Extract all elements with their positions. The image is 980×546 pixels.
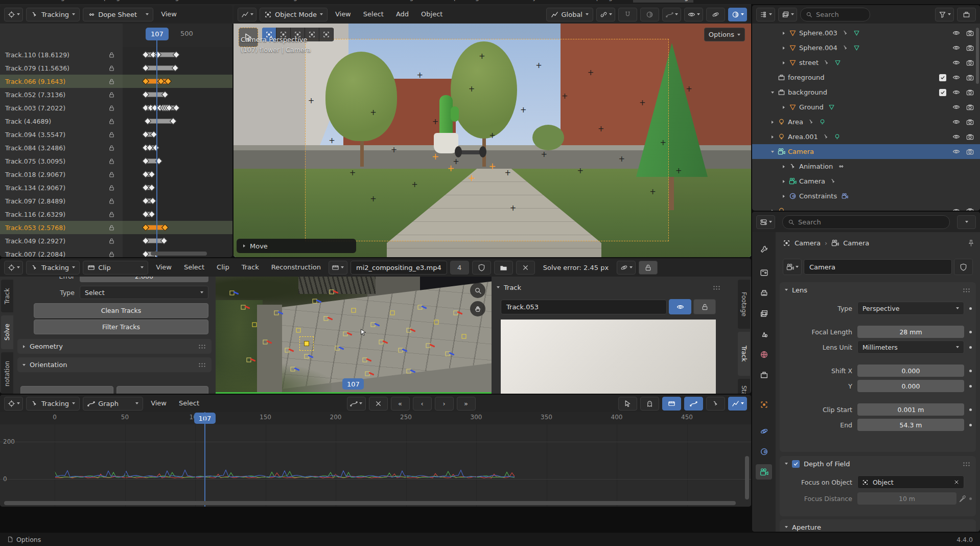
track-keyframe-strip[interactable] [123,194,232,208]
outliner-row[interactable]: Sphere.004 [752,40,980,55]
falloff-dropdown[interactable] [662,8,681,21]
track-keyframe-strip[interactable] [123,88,232,101]
properties-tab-constraints[interactable] [756,444,772,459]
menu-select[interactable]: Select [179,261,209,274]
tracking-bundle-cross[interactable]: + [649,189,656,194]
jump-prev-keyframe-button[interactable]: ‹ [413,397,432,411]
clip-start-field[interactable]: 0.001 m [857,403,964,416]
cursor-tool-button[interactable] [618,397,637,411]
clip-datablock-dropdown[interactable] [329,261,347,275]
geometry-panel-header[interactable]: Geometry [17,339,212,354]
track-channel-name[interactable]: Track.084 (3.2486) [0,144,100,152]
outliner-item-name[interactable]: Sphere.004 [799,44,837,52]
tracking-marker[interactable] [365,372,370,376]
disable-in-renders-icon[interactable] [966,44,974,52]
track-keyframe-strip[interactable] [123,181,232,194]
hide-in-viewport-icon[interactable] [952,59,960,66]
hide-in-viewport-icon[interactable] [952,29,960,37]
lock-icon[interactable] [108,52,115,58]
tracking-bundle-cross[interactable]: + [391,147,398,152]
disable-in-renders-icon[interactable] [966,148,974,155]
tracking-marker[interactable] [417,305,422,309]
outliner-item-name[interactable]: Constraints [799,192,837,200]
dope-track-row[interactable]: Track.003 (7.2022) [0,101,232,115]
track-channel-name[interactable]: Track.066 (9.1643) [0,78,100,85]
lock-icon[interactable] [108,238,115,244]
panel-drag-handle[interactable] [963,288,971,292]
track-channel-name[interactable]: Track.003 (7.2022) [0,104,100,112]
outliner-search-input[interactable]: Search [800,8,870,21]
outliner-row[interactable]: street [752,55,980,70]
driver-toggle[interactable] [706,397,725,411]
outliner-item-name[interactable]: Camera [788,148,814,155]
breadcrumb-data[interactable]: Camera [843,239,869,247]
track-channel-name[interactable]: Track.052 (7.3136) [0,91,100,99]
new-collection-button[interactable] [957,8,976,21]
menu-reconstruction[interactable]: Reconstruction [267,261,325,274]
tracking-marker[interactable] [252,322,256,327]
dope-track-row[interactable]: Track.066 (9.1643) [0,75,232,88]
track-channel-name[interactable]: Track.007 (2.2084) [0,251,100,258]
clip-users-count[interactable]: 4 [450,261,469,275]
animate-dot[interactable] [969,331,972,333]
disable-in-renders-icon[interactable] [966,133,974,141]
fake-user-shield-button[interactable] [472,261,491,275]
tracking-marker[interactable] [352,308,356,313]
clip-name-field[interactable]: mi2_compositing_e3.mp4 [351,261,447,275]
collection-checkbox[interactable] [939,89,946,96]
camera-datablock-dropdown[interactable] [783,259,802,275]
track-keyframe-strip[interactable] [123,128,232,141]
eyedropper-icon[interactable] [959,495,966,503]
show-curves-toggle[interactable] [684,397,703,411]
track-channel-name[interactable]: Track.075 (3.0095) [0,157,100,165]
outliner-row[interactable]: foreground [752,70,980,85]
lock-icon[interactable] [108,131,115,138]
tracking-bundle-cross[interactable]: + [541,152,548,157]
orientation-button-right[interactable] [116,386,208,394]
expand-arrow[interactable] [768,121,777,123]
outliner-scrollbar[interactable] [976,28,979,84]
properties-tab-tool[interactable] [756,241,772,257]
properties-tab-object-data[interactable] [756,464,772,480]
properties-tab-output[interactable] [756,285,772,301]
breadcrumb-object[interactable]: Camera [795,239,821,247]
clear-object-icon[interactable] [953,479,960,485]
lens-panel-title[interactable]: Lens [792,286,807,294]
zoom-button[interactable] [470,283,485,298]
tracking-mode-dropdown[interactable]: Tracking [26,261,80,275]
expand-arrow[interactable] [768,92,777,94]
workspace-tab-rendering[interactable]: Rendering [376,0,419,3]
tab-footage[interactable]: Footage [738,280,750,329]
select-intersect-tool[interactable] [319,28,334,41]
focus-distance-field[interactable]: 10 m [857,492,956,505]
menu-view[interactable]: View [151,261,176,274]
datablock-name-field[interactable]: Camera [804,259,952,275]
tracking-marker[interactable] [445,352,450,356]
clip-view-dropdown[interactable]: Clip [83,261,148,275]
object-mode-dropdown[interactable]: Object Mode [260,8,328,21]
outliner-row[interactable]: background [752,85,980,100]
track-keyframe-strip[interactable] [123,208,232,221]
dope-track-row[interactable]: Track.052 (7.3136) [0,88,232,101]
dope-track-row[interactable]: Track.097 (2.8489) [0,194,232,208]
tracking-marker[interactable] [305,354,309,358]
track-keyframe-strip[interactable] [123,234,232,247]
graph-plot-area[interactable]: 2000 [0,424,751,507]
track-name-field[interactable]: Track.053 [501,300,667,314]
editor-type-button[interactable] [4,261,23,275]
graph-playhead[interactable] [204,412,205,507]
hide-in-viewport-icon[interactable] [952,133,960,141]
menu-view[interactable]: View [331,8,356,20]
track-keyframe-strip[interactable] [123,61,232,75]
filter-tracks-button[interactable]: Filter Tracks [34,320,208,334]
tracking-bundle-cross[interactable]: + [618,156,625,162]
outliner-row[interactable]: Area [752,115,980,129]
end-field[interactable]: 54.3 m [857,419,964,431]
lock-icon[interactable] [108,145,115,151]
tracking-bundle-cross[interactable]: + [588,70,594,75]
lock-icon[interactable] [108,105,115,111]
tracking-bundle-cross[interactable]: + [489,133,496,138]
expand-arrow[interactable] [780,166,788,168]
graph-view-dropdown[interactable]: Graph [83,397,143,411]
tracking-marker[interactable] [230,291,235,295]
